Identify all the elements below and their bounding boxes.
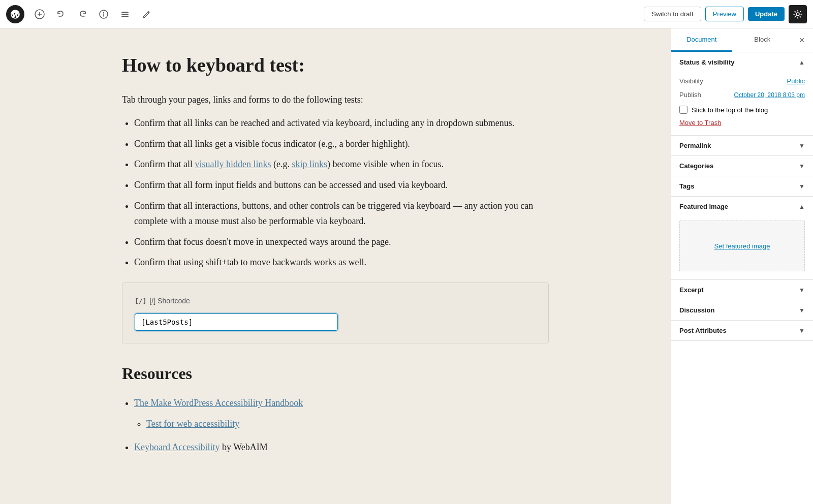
move-to-trash-link[interactable]: Move to Trash [679, 119, 721, 127]
permalink-header[interactable]: Permalink ▼ [671, 136, 813, 155]
add-block-button[interactable] [30, 5, 49, 23]
keyboard-accessibility-link[interactable]: Keyboard Accessibility [134, 442, 220, 452]
chevron-down-icon: ▼ [799, 307, 805, 314]
shortcode-icon: [/] [135, 296, 146, 307]
list-item: Confirm that using shift+tab to move bac… [134, 255, 549, 270]
publish-value[interactable]: October 20, 2018 8:03 pm [734, 91, 805, 99]
tags-label: Tags [679, 182, 694, 190]
stick-to-blog-label: Stick to the top of the blog [692, 106, 768, 114]
editor-area[interactable]: How to keyboard test: Tab through your p… [0, 28, 671, 504]
excerpt-section: Excerpt ▼ [671, 280, 813, 300]
categories-label: Categories [679, 162, 713, 170]
list-item: Keyboard Accessibility by WebAIM [134, 439, 549, 455]
test-accessibility-link[interactable]: Test for web accessibility [146, 419, 239, 429]
handbook-link[interactable]: The Make WordPress Accessibility Handboo… [134, 398, 303, 408]
visibility-field: Visibility Public [679, 74, 805, 88]
sidebar-close-button[interactable]: × [793, 31, 811, 49]
shortcode-block-title: [/] Shortcode [149, 295, 190, 307]
excerpt-header[interactable]: Excerpt ▼ [671, 280, 813, 300]
featured-image-content: Set featured image [671, 216, 813, 279]
main-layout: How to keyboard test: Tab through your p… [0, 28, 813, 504]
visibility-label: Visibility [679, 77, 703, 85]
svg-rect-8 [121, 16, 129, 17]
chevron-up-icon: ▲ [799, 203, 805, 210]
post-info-button[interactable] [95, 5, 113, 23]
publish-field: Publish October 20, 2018 8:03 pm [679, 88, 805, 102]
discussion-section: Discussion ▼ [671, 300, 813, 321]
discussion-header[interactable]: Discussion ▼ [671, 300, 813, 320]
tab-block[interactable]: Block [732, 28, 793, 52]
svg-rect-6 [121, 12, 129, 13]
editor-content: How to keyboard test: Tab through your p… [122, 49, 549, 455]
set-featured-image-label: Set featured image [714, 242, 770, 250]
chevron-down-icon: ▼ [799, 287, 805, 294]
stick-to-blog-checkbox[interactable] [679, 106, 687, 114]
article-list: Confirm that all links can be reached an… [134, 115, 549, 270]
post-attributes-section: Post Attributes ▼ [671, 321, 813, 341]
status-visibility-content: Visibility Public Publish October 20, 20… [671, 72, 813, 135]
featured-image-header[interactable]: Featured image ▲ [671, 197, 813, 216]
categories-header[interactable]: Categories ▼ [671, 156, 813, 176]
svg-point-5 [103, 12, 104, 13]
skip-links-link[interactable]: skip links [292, 159, 327, 169]
chevron-down-icon: ▼ [799, 163, 805, 170]
undo-button[interactable] [52, 5, 70, 23]
close-icon: × [799, 35, 805, 46]
chevron-down-icon: ▼ [799, 142, 805, 149]
status-visibility-label: Status & visibility [679, 58, 734, 66]
status-visibility-section: Status & visibility ▲ Visibility Public … [671, 52, 813, 136]
toolbar-left [6, 5, 644, 23]
set-featured-image-button[interactable]: Set featured image [679, 220, 805, 271]
list-item: Confirm that all links get a visible foc… [134, 136, 549, 152]
chevron-down-icon: ▼ [799, 183, 805, 190]
tags-header[interactable]: Tags ▼ [671, 176, 813, 196]
list-item: Confirm that all interactions, buttons, … [134, 198, 549, 229]
shortcode-input[interactable] [135, 313, 338, 331]
shortcode-label: [/] [/] Shortcode [135, 295, 536, 307]
permalink-label: Permalink [679, 142, 711, 149]
toolbar: Switch to draft Preview Update [0, 0, 813, 28]
sidebar: Document Block × Status & visibility ▲ V… [671, 28, 813, 504]
redo-button[interactable] [73, 5, 91, 23]
list-item: Confirm that all form input fields and b… [134, 177, 549, 193]
article-intro: Tab through your pages, links and forms … [122, 92, 549, 108]
featured-image-section: Featured image ▲ Set featured image [671, 197, 813, 280]
permalink-section: Permalink ▼ [671, 136, 813, 156]
toolbar-right: Switch to draft Preview Update [644, 5, 807, 23]
tags-section: Tags ▼ [671, 176, 813, 197]
update-button[interactable]: Update [748, 7, 785, 21]
article-heading: How to keyboard test: [122, 49, 549, 82]
chevron-up-icon: ▲ [799, 59, 805, 66]
sidebar-tabs: Document Block × [671, 28, 813, 52]
wp-logo-icon[interactable] [6, 5, 24, 23]
svg-rect-7 [121, 14, 129, 15]
post-attributes-header[interactable]: Post Attributes ▼ [671, 321, 813, 340]
resources-list: The Make WordPress Accessibility Handboo… [134, 395, 549, 455]
shortcode-block: [/] [/] Shortcode [122, 282, 549, 343]
resources-heading: Resources [122, 360, 549, 387]
visibility-value[interactable]: Public [787, 77, 805, 85]
post-attributes-label: Post Attributes [679, 327, 727, 334]
discussion-label: Discussion [679, 306, 714, 314]
svg-point-11 [796, 13, 799, 16]
list-item: Confirm that all links can be reached an… [134, 115, 549, 131]
chevron-down-icon: ▼ [799, 327, 805, 334]
categories-section: Categories ▼ [671, 156, 813, 176]
list-item: The Make WordPress Accessibility Handboo… [134, 395, 549, 411]
switch-to-draft-button[interactable]: Switch to draft [644, 7, 701, 21]
excerpt-label: Excerpt [679, 286, 704, 294]
stick-to-blog-row: Stick to the top of the blog [679, 102, 805, 116]
edit-mode-button[interactable] [137, 5, 155, 23]
tab-document[interactable]: Document [671, 28, 732, 52]
list-item: Test for web accessibility [146, 416, 549, 432]
status-visibility-header[interactable]: Status & visibility ▲ [671, 52, 813, 72]
settings-button[interactable] [789, 5, 807, 23]
publish-label: Publish [679, 91, 701, 99]
visually-hidden-links-link[interactable]: visually hidden links [195, 159, 271, 169]
preview-button[interactable]: Preview [705, 7, 744, 21]
list-view-button[interactable] [116, 5, 134, 23]
list-item: Confirm that focus doesn't move in unexp… [134, 234, 549, 250]
list-item: Confirm that all visually hidden links (… [134, 156, 549, 172]
featured-image-label: Featured image [679, 203, 728, 210]
